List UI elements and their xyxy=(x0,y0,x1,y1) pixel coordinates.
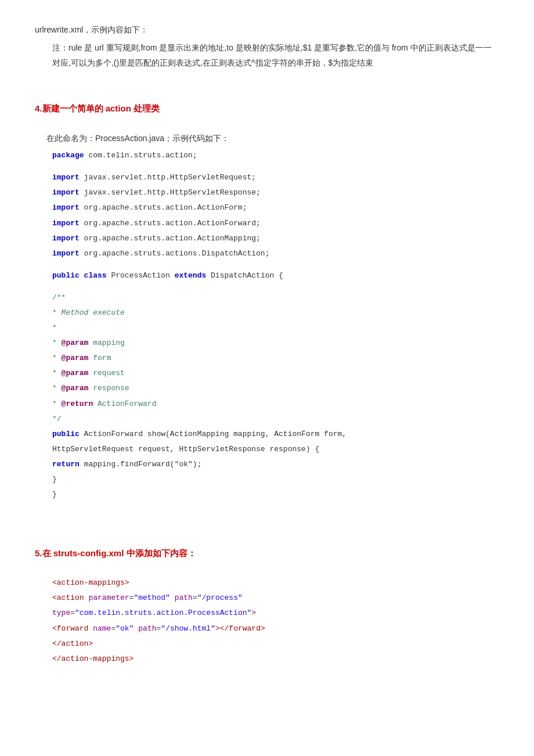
comment-star-p2: * xyxy=(52,354,62,362)
comment-star-r: * xyxy=(52,399,62,408)
comment-method-text: Method execute xyxy=(62,308,125,317)
code-comment-method: * Method execute xyxy=(52,307,499,319)
xml-action-close: </action> xyxy=(52,638,499,650)
comment-open-text: /** xyxy=(52,293,66,302)
code-import4: import org.apache.struts.action.ActionFo… xyxy=(52,217,499,230)
xml-eq2: = xyxy=(193,593,197,602)
code-method-sig2: HttpServletRequest request, HttpServletR… xyxy=(52,443,499,456)
xml-forward: <forward name="ok" path="/show.html"></f… xyxy=(52,622,499,635)
code-return-stmt: return mapping.findForward("ok"); xyxy=(52,458,499,471)
comment-star-p4: * xyxy=(52,384,62,393)
class-parent: DispatchAction { xyxy=(206,271,283,280)
xml-val-name: "ok" xyxy=(116,624,134,633)
comment-method-prefix: * xyxy=(52,308,62,317)
class-close-brace: } xyxy=(52,490,57,499)
param3-val: request xyxy=(88,369,124,377)
kw-extends: extends xyxy=(175,271,207,280)
section4: 4.新建一个简单的 action 处理类 在此命名为：ProcessAction… xyxy=(35,102,499,501)
comment-star-p1: * xyxy=(52,339,62,347)
kw-param1: @param xyxy=(62,339,89,347)
kw-import2: import xyxy=(52,188,80,197)
comment-close-text: */ xyxy=(52,415,62,423)
section5-heading: 5.在 struts-config.xml 中添加如下内容： xyxy=(35,546,499,560)
code-class-decl: public class ProcessAction extends Dispa… xyxy=(52,269,499,282)
xml-tag-space xyxy=(170,593,175,602)
code-package: package com.telin.struts.action; xyxy=(52,149,499,162)
method-close-brace: } xyxy=(52,475,57,484)
comment-star-p3: * xyxy=(52,369,62,377)
code-comment-param2: * @param form xyxy=(52,352,499,365)
comment-star1: * xyxy=(52,323,57,332)
intro-section: urlrewrite.xml，示例内容如下： 注：rule 是 url 重写规则… xyxy=(35,23,499,70)
return-val: ActionForward xyxy=(93,399,156,408)
import2-val: javax.servlet.http.HttpServletResponse; xyxy=(80,188,261,197)
code-comment-return: * @return ActionForward xyxy=(52,398,499,411)
xml-action-open1: <action parameter="method" path="/proces… xyxy=(52,592,499,604)
import6-val: org.apache.struts.actions.DispatchAction… xyxy=(80,249,270,258)
xml-am-open: <action-mappings> xyxy=(52,578,129,587)
code-comment-param3: * @param request xyxy=(52,367,499,380)
method-sig-text: ActionForward show(ActionMapping mapping… xyxy=(80,430,347,438)
xml-a-tag-open: <action xyxy=(52,593,88,602)
code-method-sig1: public ActionForward show(ActionMapping … xyxy=(52,428,499,441)
xml-action-mappings-open: <action-mappings> xyxy=(52,577,499,589)
param1-val: mapping xyxy=(88,339,124,347)
xml-eq3: = xyxy=(70,609,75,617)
section4-heading: 4.新建一个简单的 action 处理类 xyxy=(35,102,499,116)
kw-import1: import xyxy=(52,173,80,182)
param4-val: response xyxy=(88,384,129,393)
import5-val: org.apache.struts.action.ActionMapping; xyxy=(80,234,261,243)
xml-action-mappings-close: </action-mappings> xyxy=(52,653,499,665)
kw-return: @return xyxy=(62,399,93,408)
section5: 5.在 struts-config.xml 中添加如下内容： <action-m… xyxy=(35,546,499,665)
intro-note: 注：rule 是 url 重写规则,from 是显示出来的地址,to 是映射的实… xyxy=(52,41,499,70)
xml-am-close: </action-mappings> xyxy=(52,654,134,663)
xml-forward-close: ></forward> xyxy=(215,624,265,633)
xml-action-open2: type="com.telin.struts.action.ProcessAct… xyxy=(52,607,499,620)
kw-package: package xyxy=(52,151,84,160)
kw-import4: import xyxy=(52,219,80,228)
xml-val-path: "/process" xyxy=(197,593,243,602)
kw-return-stmt: return xyxy=(52,460,80,469)
xml-a-close: </action> xyxy=(52,639,93,648)
code-import5: import org.apache.struts.action.ActionMa… xyxy=(52,232,499,245)
code-method-close: } xyxy=(52,473,499,486)
kw-import3: import xyxy=(52,203,80,212)
xml-val-method: "method" xyxy=(134,593,169,602)
xml-tag-gt: > xyxy=(251,609,256,617)
package-val: com.telin.struts.action; xyxy=(84,151,197,160)
return-stmt-val: mapping.findForward("ok"); xyxy=(80,460,202,469)
code-comment-open: /** xyxy=(52,291,499,304)
code-import2: import javax.servlet.http.HttpServletRes… xyxy=(52,186,499,199)
import3-val: org.apache.struts.action.ActionForm; xyxy=(80,203,247,212)
code-import6: import org.apache.struts.actions.Dispatc… xyxy=(52,247,499,260)
xml-val-type: "com.telin.struts.action.ProcessAction" xyxy=(75,609,251,617)
code-comment-star1: * xyxy=(52,322,499,334)
kw-import5: import xyxy=(52,234,80,243)
xml-forward-tag: <forward xyxy=(52,624,93,633)
xml-attr-type: type xyxy=(52,609,70,617)
import4-val: org.apache.struts.action.ActionForward; xyxy=(80,219,261,228)
method-sig2-text: HttpServletRequest request, HttpServletR… xyxy=(52,445,319,453)
xml-attr-path: path xyxy=(175,593,193,602)
code-class-close: } xyxy=(52,488,499,501)
xml-val-fpath: "/show.html" xyxy=(161,624,215,633)
section4-subtext: 在此命名为：ProcessAction.java；示例代码如下： xyxy=(46,132,499,145)
intro-line1: urlrewrite.xml，示例内容如下： xyxy=(35,23,499,36)
class-name: ProcessAction xyxy=(107,271,175,280)
xml-attr-name: name xyxy=(93,624,111,633)
kw-param4: @param xyxy=(62,384,89,393)
xml-attr-parameter: parameter xyxy=(88,593,129,602)
import1-val: javax.servlet.http.HttpServletRequest; xyxy=(80,173,256,182)
kw-param2: @param xyxy=(62,354,89,362)
kw-param3: @param xyxy=(62,369,89,377)
param2-val: form xyxy=(88,354,111,362)
kw-public-method: public xyxy=(52,430,80,438)
xml-attr-fpath: path xyxy=(138,624,156,633)
kw-public-class: public class xyxy=(52,271,107,280)
code-comment-param1: * @param mapping xyxy=(52,337,499,350)
code-comment-param4: * @param response xyxy=(52,382,499,395)
code-import3: import org.apache.struts.action.ActionFo… xyxy=(52,201,499,214)
code-comment-close: */ xyxy=(52,413,499,426)
kw-import6: import xyxy=(52,249,80,258)
